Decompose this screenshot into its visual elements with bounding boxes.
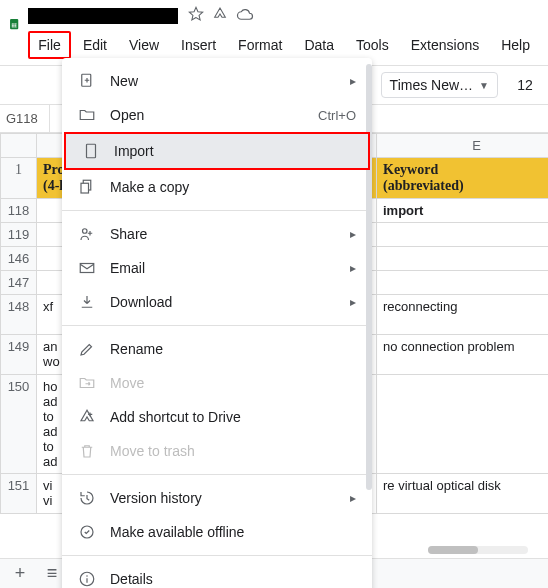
submenu-arrow-icon: ▸: [350, 261, 356, 275]
menu-item-label: Rename: [110, 341, 163, 357]
menubar-item-extensions[interactable]: Extensions: [401, 31, 489, 59]
folder-icon: [78, 106, 96, 124]
menu-item-open[interactable]: OpenCtrl+O: [62, 98, 372, 132]
rename-icon: [78, 340, 96, 358]
svg-point-10: [83, 229, 88, 234]
cell[interactable]: re virtual optical disk: [377, 474, 549, 514]
font-size-input[interactable]: 12: [510, 77, 540, 93]
import-icon: [82, 142, 100, 160]
add-sheet-button[interactable]: +: [8, 562, 32, 586]
cell[interactable]: [377, 247, 549, 271]
cell[interactable]: reconnecting: [377, 295, 549, 335]
move-icon: [78, 374, 96, 392]
font-name-selector[interactable]: Times New… ▼: [381, 72, 498, 98]
svg-rect-9: [81, 183, 89, 193]
star-icon[interactable]: [188, 6, 204, 25]
menu-item-share[interactable]: Share▸: [62, 217, 372, 251]
cell[interactable]: no connection problem: [377, 335, 549, 375]
submenu-arrow-icon: ▸: [350, 74, 356, 88]
row-header[interactable]: 147: [1, 271, 37, 295]
menu-separator: [62, 210, 372, 211]
row-header[interactable]: 149: [1, 335, 37, 375]
submenu-arrow-icon: ▸: [350, 491, 356, 505]
menu-item-new[interactable]: New▸: [62, 64, 372, 98]
row-header[interactable]: 151: [1, 474, 37, 514]
menu-item-label: Import: [114, 143, 154, 159]
cell[interactable]: import: [377, 199, 549, 223]
horizontal-scrollbar[interactable]: [428, 546, 528, 554]
name-box[interactable]: G118: [0, 105, 50, 132]
menu-item-details[interactable]: Details: [62, 562, 372, 588]
email-icon: [78, 259, 96, 277]
menu-item-make-available-offline[interactable]: Make available offline: [62, 515, 372, 549]
menubar-item-data[interactable]: Data: [294, 31, 344, 59]
cell[interactable]: Keyword (abbreviated): [377, 158, 549, 199]
details-icon: [78, 570, 96, 588]
row-header[interactable]: 119: [1, 223, 37, 247]
copy-doc-icon: [78, 178, 96, 196]
move-to-drive-icon[interactable]: [212, 6, 228, 25]
cell[interactable]: [377, 223, 549, 247]
menubar-item-insert[interactable]: Insert: [171, 31, 226, 59]
row-header[interactable]: 118: [1, 199, 37, 223]
font-name-label: Times New…: [390, 77, 474, 93]
row-header[interactable]: 146: [1, 247, 37, 271]
menubar-item-format[interactable]: Format: [228, 31, 292, 59]
menubar-item-edit[interactable]: Edit: [73, 31, 117, 59]
menu-separator: [62, 474, 372, 475]
new-doc-icon: [78, 72, 96, 90]
menubar-item-file[interactable]: File: [28, 31, 71, 59]
svg-rect-7: [87, 144, 96, 158]
row-header[interactable]: 1: [1, 158, 37, 199]
shortcut-icon: [78, 408, 96, 426]
menu-item-rename[interactable]: Rename: [62, 332, 372, 366]
chevron-down-icon: ▼: [479, 80, 489, 91]
menu-item-label: Details: [110, 571, 153, 587]
name-box-value: G118: [6, 111, 38, 126]
row-header[interactable]: 150: [1, 375, 37, 474]
document-title[interactable]: [28, 8, 178, 24]
history-icon: [78, 489, 96, 507]
menubar: FileEditViewInsertFormatDataToolsExtensi…: [28, 31, 540, 59]
menu-item-label: New: [110, 73, 138, 89]
menu-separator: [62, 325, 372, 326]
row-header[interactable]: 148: [1, 295, 37, 335]
menu-item-add-shortcut-to-drive[interactable]: Add shortcut to Drive: [62, 400, 372, 434]
menu-item-label: Version history: [110, 490, 202, 506]
svg-point-14: [86, 575, 88, 577]
menu-item-label: Email: [110, 260, 145, 276]
cell[interactable]: [377, 271, 549, 295]
download-icon: [78, 293, 96, 311]
share-icon: [78, 225, 96, 243]
offline-icon: [78, 523, 96, 541]
all-sheets-button[interactable]: ≡: [40, 562, 64, 586]
menu-item-label: Download: [110, 294, 172, 310]
menu-separator: [62, 555, 372, 556]
menu-item-label: Move to trash: [110, 443, 195, 459]
menu-item-email[interactable]: Email▸: [62, 251, 372, 285]
menu-item-move-to-trash: Move to trash: [62, 434, 372, 468]
menubar-item-help[interactable]: Help: [491, 31, 540, 59]
menubar-item-view[interactable]: View: [119, 31, 169, 59]
select-all-cell[interactable]: [1, 134, 37, 158]
menu-shortcut: Ctrl+O: [318, 108, 356, 123]
submenu-arrow-icon: ▸: [350, 227, 356, 241]
menu-item-label: Move: [110, 375, 144, 391]
submenu-arrow-icon: ▸: [350, 295, 356, 309]
sheets-logo-icon[interactable]: [8, 6, 20, 42]
cloud-status-icon[interactable]: [236, 7, 254, 24]
menu-item-move: Move: [62, 366, 372, 400]
menu-item-make-a-copy[interactable]: Make a copy: [62, 170, 372, 204]
column-header-e[interactable]: E: [377, 134, 549, 158]
menubar-item-tools[interactable]: Tools: [346, 31, 399, 59]
menu-item-label: Make a copy: [110, 179, 189, 195]
horizontal-scrollbar-thumb[interactable]: [428, 546, 478, 554]
menu-item-label: Open: [110, 107, 144, 123]
cell[interactable]: [377, 375, 549, 474]
menu-item-download[interactable]: Download▸: [62, 285, 372, 319]
file-menu-dropdown: New▸OpenCtrl+OImportMake a copyShare▸Ema…: [62, 58, 372, 588]
trash-icon: [78, 442, 96, 460]
menu-item-import[interactable]: Import: [64, 132, 370, 170]
menu-item-version-history[interactable]: Version history▸: [62, 481, 372, 515]
svg-rect-11: [80, 264, 94, 273]
